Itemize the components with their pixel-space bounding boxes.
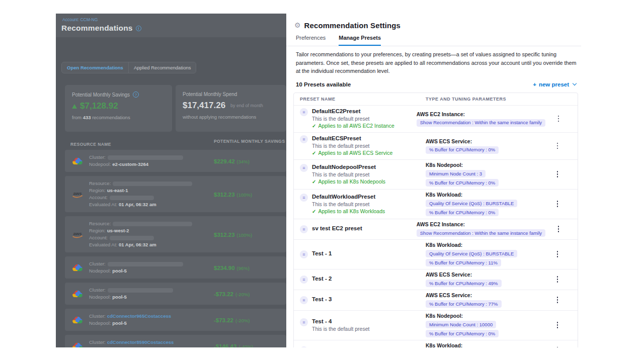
field-value: 01 Apr, 06:32 am (119, 242, 156, 247)
gcp-icon (71, 156, 84, 165)
preset-type-label: AWS ECS Service: (426, 138, 543, 145)
preset-row[interactable]: ≡DefaultEC2PresetThis is the default pre… (294, 105, 578, 132)
savings-subtitle: from 433 recommendations (72, 115, 165, 120)
preset-name-cell: ≡TestRaj (300, 346, 426, 347)
preset-applies-note: ✓Applies to all AWS ECS Service (312, 149, 392, 157)
field-label: Cluster: (89, 339, 106, 345)
kebab-menu-icon[interactable] (555, 345, 560, 347)
field-label: Cluster: (89, 261, 106, 266)
preset-row[interactable]: ≡sv test EC2 presetAWS EC2 Instance:Show… (294, 219, 578, 239)
redacted-value (110, 236, 154, 240)
preset-name-cell: ≡DefaultNodepoolPresetThis is the defaul… (300, 163, 426, 186)
resource-details: Cluster:Nodepool:pool-5 (89, 260, 281, 275)
help-icon[interactable]: ? (133, 92, 139, 98)
field-value: pool-5 (112, 294, 127, 300)
field-value: us-west-2 (107, 228, 129, 233)
preset-type-cell: K8s Nodepool:Minimum Node Count : 10000%… (426, 313, 543, 337)
kebab-menu-icon[interactable] (555, 295, 560, 305)
kebab-menu-icon[interactable] (555, 274, 560, 285)
preset-lines-icon: ≡ (300, 194, 308, 202)
savings-up-triangle-icon (72, 104, 77, 109)
cluster-link[interactable]: cdConnector965Costaccess (107, 313, 171, 319)
savings-value: $229.42(34%) (214, 156, 250, 165)
preset-type-label: K8s Workload: (426, 242, 543, 248)
recommendation-row[interactable]: Cluster:cdConnector8590CostaccessNodepoo… (65, 335, 286, 347)
info-icon[interactable]: i (136, 26, 141, 31)
recommendation-row[interactable]: awsResource:Region:us-east-1Account:Eval… (65, 176, 286, 212)
recommendation-row[interactable]: Cluster:Nodepool:pool-5-$73.22(-20%) (65, 283, 286, 305)
kebab-menu-icon[interactable] (555, 320, 560, 330)
kebab-menu-icon[interactable] (556, 114, 561, 124)
tab-manage-presets[interactable]: Manage Presets (339, 35, 381, 46)
tab-preferences[interactable]: Preferences (296, 35, 326, 46)
tuning-parameter-chip: Quality Of Service (QoS) : BURSTABLE (426, 200, 517, 207)
field-label: Region: (89, 228, 106, 233)
recommendation-row[interactable]: Cluster:cdConnector965CostaccessNodepool… (65, 309, 286, 331)
preset-row[interactable]: ≡DefaultNodepoolPresetThis is the defaul… (294, 159, 578, 189)
preset-row[interactable]: ≡Test - 4This is the default presetK8s N… (294, 310, 578, 340)
redacted-value (113, 182, 192, 186)
spend-amount-note: by end of month (230, 103, 263, 108)
field-label: Account: (89, 235, 108, 240)
svg-text:aws: aws (73, 231, 82, 236)
presets-table: PRESET NAME TYPE AND TUNING PARAMETERS ≡… (293, 93, 578, 348)
new-preset-button[interactable]: + new preset (533, 81, 577, 87)
tuning-parameter-chip: % Buffer for CPU/Memory : 11% (426, 259, 501, 266)
field-label: Nodepool: (89, 268, 111, 274)
column-resource-name: RESOURCE NAME (70, 142, 111, 147)
preset-name: DefaultWorkloadPreset (312, 193, 385, 201)
field-label: Nodepool: (89, 320, 111, 326)
redacted-value (108, 262, 183, 266)
gcp-icon (71, 315, 84, 324)
preset-lines-icon: ≡ (300, 250, 308, 258)
preset-row[interactable]: ≡Test - 2AWS ECS Service:% Buffer for CP… (294, 269, 578, 290)
preset-name-cell: ≡Test - 1 (300, 250, 426, 258)
preset-lines-icon: ≡ (300, 164, 308, 172)
preset-row[interactable]: ≡TestRajK8s Workload:Quality Of Service … (294, 340, 578, 348)
preset-description: This is the default preset (312, 201, 385, 208)
preset-description: This is the default preset (312, 171, 385, 178)
tab-open-recommendations[interactable]: Open Recommendations (62, 62, 128, 73)
column-preset-name: PRESET NAME (300, 97, 426, 102)
field-label: Nodepool: (89, 346, 111, 347)
preset-row[interactable]: ≡DefaultWorkloadPresetThis is the defaul… (294, 189, 578, 219)
tuning-parameter-chip: Quality Of Service (QoS) : BURSTABLE (426, 250, 517, 257)
redacted-value (113, 222, 192, 226)
preset-name: Test - 3 (312, 296, 332, 303)
kebab-menu-icon[interactable] (555, 249, 560, 259)
preset-type-label: AWS EC2 Instance: (417, 111, 545, 118)
savings-value: -$73.22(-20%) (214, 289, 250, 298)
preset-type-cell: AWS ECS Service:% Buffer for CPU/Memory … (426, 138, 543, 154)
recommendation-row[interactable]: Cluster:Nodepool:e2-custom-3264$229.42(3… (65, 150, 286, 172)
savings-amount: $7,128.92 (80, 101, 118, 111)
preset-row[interactable]: ≡Test - 3AWS ECS Service:% Buffer for CP… (294, 290, 578, 310)
preset-lines-icon: ≡ (300, 108, 308, 116)
preset-type-label: AWS ECS Service: (426, 272, 543, 278)
preset-lines-icon: ≡ (300, 135, 308, 143)
recommendation-row[interactable]: Cluster:Nodepool:pool-5$234.90(96%) (65, 256, 286, 279)
field-label: Resource: (89, 180, 111, 186)
cluster-link[interactable]: cdConnector8590Costaccess (107, 339, 174, 345)
kebab-menu-icon[interactable] (555, 199, 560, 209)
kebab-menu-icon[interactable] (555, 141, 560, 151)
savings-value: -$73.22(-20%) (214, 315, 250, 324)
preset-name: TestRaj (312, 346, 333, 347)
field-label: Cluster: (89, 313, 106, 319)
preset-row[interactable]: ≡Test - 1K8s Workload:Quality Of Service… (294, 239, 578, 269)
preset-applies-note: ✓Applies to all K8s Workloads (312, 208, 385, 215)
kebab-menu-icon[interactable] (555, 169, 560, 179)
account-breadcrumb[interactable]: Account: CCM-NG (62, 17, 286, 22)
recommendation-row[interactable]: awsResource:Region:us-west-2Account:Eval… (65, 216, 286, 252)
potential-monthly-spend-card: Potential Monthly Spend $17,417.26 by en… (176, 85, 286, 132)
preset-lines-icon: ≡ (300, 346, 308, 347)
tuning-parameter-chip: Minimum Node Count : 3 (426, 170, 486, 177)
tab-applied-recommendations[interactable]: Applied Recommendations (128, 62, 196, 73)
recommendations-page-dimmed: Account: CCM-NG Recommendations i Open R… (56, 14, 286, 347)
preset-type-cell: K8s Workload:Quality Of Service (QoS) : … (426, 242, 543, 266)
preset-row[interactable]: ≡DefaultECSPresetThis is the default pre… (294, 132, 578, 159)
preset-lines-icon: ≡ (300, 296, 308, 304)
tuning-parameter-chip: % Buffer for CPU/Memory : 0% (426, 330, 499, 337)
resource-details: Resource:Region:us-east-1Account:Evaluat… (89, 180, 281, 208)
kebab-menu-icon[interactable] (556, 224, 561, 234)
resource-details: Cluster:cdConnector965CostaccessNodepool… (89, 313, 281, 327)
